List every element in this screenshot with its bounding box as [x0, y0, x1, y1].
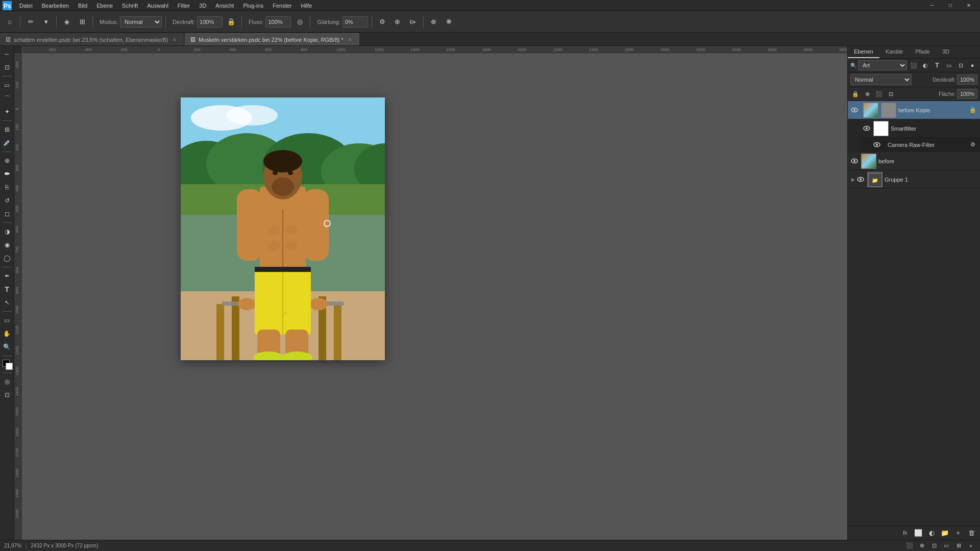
layer-filter-type[interactable]: T — [932, 60, 942, 70]
symmetry-btn[interactable]: ⌲ — [406, 15, 420, 29]
layer-filter-adj[interactable]: ◐ — [920, 60, 930, 70]
layer-before-visibility[interactable] — [850, 157, 859, 166]
gruppe1-expand-icon[interactable]: ▶ — [850, 177, 856, 183]
brush-tool[interactable]: ✏ — [1, 168, 13, 180]
tab-1[interactable]: 🖼 schatten erstellen.psdc bei 23,6% (sch… — [0, 33, 184, 45]
add-mask-button[interactable]: ⬜ — [913, 528, 924, 539]
lock-pos-icon[interactable]: ⊕ — [862, 89, 872, 99]
eyedropper-tool[interactable]: 💉 — [1, 137, 13, 149]
history-brush[interactable]: ↺ — [1, 194, 13, 207]
menu-3d[interactable]: 3D — [195, 2, 210, 10]
move-tool[interactable]: ↔ — [1, 48, 13, 60]
fill-value[interactable] — [957, 89, 977, 99]
layer-gruppe1-visibility[interactable] — [856, 175, 865, 184]
path-select[interactable]: ↖ — [1, 296, 13, 309]
screen-mode[interactable]: ⊡ — [1, 389, 13, 401]
mode-select[interactable]: Normal Auflösen Abdunkeln — [120, 16, 162, 28]
tool-icon-3[interactable]: ⊞ — [76, 15, 89, 29]
brush-sub-tool[interactable]: ▾ — [39, 15, 53, 29]
home-tool[interactable]: ⌂ — [3, 15, 16, 29]
crop-tool[interactable]: ⊞ — [1, 123, 13, 136]
new-layer-button[interactable]: + — [952, 528, 964, 539]
panel-tab-ebenen[interactable]: Ebenen — [848, 46, 879, 58]
layer-before-kopie-lock[interactable]: 🔒 — [968, 105, 978, 115]
lasso-tool[interactable]: ⌒ — [1, 92, 13, 105]
delete-layer-button[interactable]: 🗑 — [966, 528, 977, 539]
eraser-tool[interactable]: ◻ — [1, 208, 13, 220]
panel-tab-3d[interactable]: 3D — [936, 46, 955, 58]
layer-camera-raw-visibility[interactable] — [872, 140, 881, 149]
foreground-bg-colors[interactable] — [2, 359, 13, 370]
type-tool[interactable]: T — [1, 283, 13, 295]
layer-smartfilter-visibility[interactable] — [862, 124, 871, 133]
zoom-tool[interactable]: 🔍 — [1, 341, 13, 353]
canvas-background[interactable]: ✓ — [22, 54, 847, 540]
status-btn6[interactable]: + — [966, 541, 976, 551]
new-group-button[interactable]: 📁 — [939, 528, 950, 539]
menu-bild[interactable]: Bild — [74, 2, 91, 10]
add-effects-button[interactable]: fx — [899, 528, 911, 539]
opacity-value[interactable] — [957, 74, 977, 85]
blur-tool[interactable]: ◉ — [1, 239, 13, 251]
extra-btn2[interactable]: ❋ — [443, 15, 456, 29]
opacity-input[interactable] — [197, 16, 223, 28]
layer-type-select[interactable]: Art — [858, 60, 907, 70]
settings-btn[interactable]: ⚙ — [376, 15, 389, 29]
artboard-tool[interactable]: ⊡ — [1, 61, 13, 73]
status-btn4[interactable]: ▭ — [941, 541, 951, 551]
status-btn2[interactable]: ⊕ — [917, 541, 927, 551]
menu-datei[interactable]: Datei — [15, 2, 37, 10]
brush-tool-icon[interactable]: ✏ — [24, 15, 37, 29]
status-btn5[interactable]: ⊞ — [953, 541, 964, 551]
panel-tab-kanaele[interactable]: Kanäle — [879, 46, 909, 58]
marquee-tool[interactable]: ▭ — [1, 79, 13, 91]
angle-btn[interactable]: ⊕ — [391, 15, 404, 29]
fluss-input[interactable] — [265, 16, 291, 28]
menu-ansicht[interactable]: Ansicht — [211, 2, 238, 10]
panel-tab-pfade[interactable]: Pfade — [909, 46, 936, 58]
menu-filter[interactable]: Filter — [174, 2, 194, 10]
maximize-button[interactable]: □ — [941, 0, 960, 11]
lock-all-icon[interactable]: 🔒 — [850, 89, 861, 99]
layer-filter-shape[interactable]: ▭ — [944, 60, 954, 70]
layer-filter-pixel[interactable]: ⬛ — [909, 60, 919, 70]
layer-camera-raw[interactable]: Camera Raw-Filter ⚙ — [870, 138, 980, 152]
extra-btn1[interactable]: ⊗ — [427, 15, 440, 29]
layer-before-kopie[interactable]: before Kopie 🔒 — [848, 101, 980, 119]
status-btn1[interactable]: ⬛ — [904, 541, 915, 551]
tab-1-close[interactable]: ✕ — [171, 36, 178, 43]
fluss-icon[interactable]: ◎ — [293, 15, 306, 29]
menu-plugins[interactable]: Plug-ins — [239, 2, 267, 10]
stamp-tool[interactable]: ⎘ — [1, 181, 13, 193]
pen-tool[interactable]: ✒ — [1, 270, 13, 282]
wand-tool[interactable]: ✦ — [1, 106, 13, 118]
menu-auswahl[interactable]: Auswahl — [143, 2, 173, 10]
dodge-tool[interactable]: ◯ — [1, 252, 13, 264]
layer-before[interactable]: before — [848, 152, 980, 170]
camera-raw-settings[interactable]: ⚙ — [968, 140, 978, 150]
menu-hilfe[interactable]: Hilfe — [297, 2, 316, 10]
status-btn3[interactable]: ⊡ — [929, 541, 939, 551]
opacity-btn[interactable]: 🔒 — [225, 15, 238, 29]
quick-mask[interactable]: ◎ — [1, 375, 13, 388]
minimize-button[interactable]: ─ — [923, 0, 941, 11]
layer-filter-smart[interactable]: ⊡ — [955, 60, 966, 70]
menu-fenster[interactable]: Fenster — [268, 2, 296, 10]
layer-filter-toggle[interactable]: ● — [967, 60, 977, 70]
lock-pixel-icon[interactable]: ⬛ — [874, 89, 884, 99]
layer-gruppe1[interactable]: ▶ 📁 Gruppe 1 — [848, 170, 980, 189]
glattung-input[interactable] — [342, 16, 368, 28]
lock-artboard-icon[interactable]: ⊡ — [886, 89, 896, 99]
gradient-tool[interactable]: ◑ — [1, 226, 13, 238]
blend-mode-select[interactable]: Normal Auflösen Abdunkeln Multiplizieren… — [850, 74, 912, 85]
layer-before-kopie-visibility[interactable] — [850, 106, 859, 115]
menu-schrift[interactable]: Schrift — [118, 2, 142, 10]
layer-smartfilter[interactable]: Smartfilter — [860, 119, 980, 138]
spot-heal-tool[interactable]: ⊕ — [1, 155, 13, 167]
menu-ebene[interactable]: Ebene — [92, 2, 117, 10]
add-adjustment-button[interactable]: ◐ — [926, 528, 937, 539]
close-button[interactable]: ✕ — [960, 0, 978, 11]
hand-tool[interactable]: ✋ — [1, 328, 13, 340]
shape-tool[interactable]: ▭ — [1, 314, 13, 327]
menu-bearbeiten[interactable]: Bearbeiten — [38, 2, 73, 10]
